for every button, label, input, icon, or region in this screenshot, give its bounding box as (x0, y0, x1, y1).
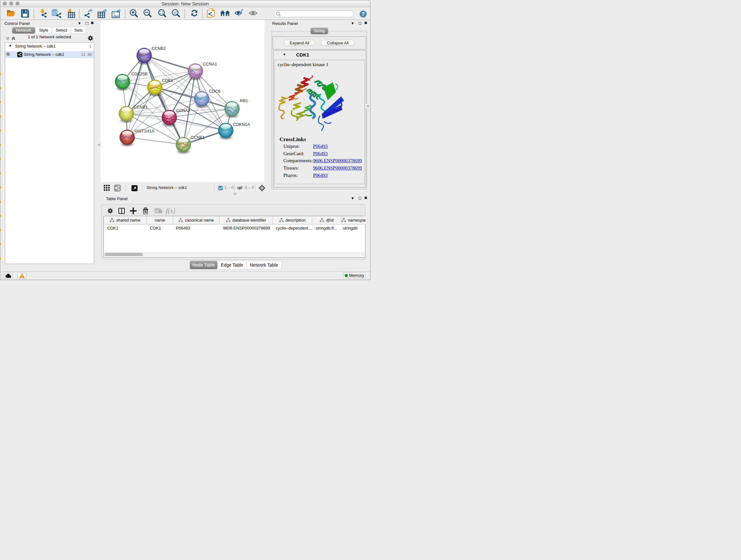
svg-text:CCNE1: CCNE1 (191, 135, 205, 140)
svg-text:CDKN1A: CDKN1A (233, 122, 250, 127)
svg-text:CCNB1: CCNB1 (134, 105, 148, 110)
svg-text:CCNA2: CCNA2 (176, 108, 190, 113)
svg-text:CCNA1: CCNA1 (203, 62, 217, 66)
svg-text:CDC25B: CDC25B (131, 71, 148, 76)
svg-text:?: ? (361, 11, 365, 17)
svg-text:CCNB2: CCNB2 (151, 46, 165, 51)
svg-text:CDC6: CDC6 (209, 89, 220, 94)
svg-text:CDK1: CDK1 (162, 78, 173, 83)
svg-text:RB1: RB1 (240, 98, 248, 103)
svg-text:HIST1H1A: HIST1H1A (135, 129, 154, 133)
